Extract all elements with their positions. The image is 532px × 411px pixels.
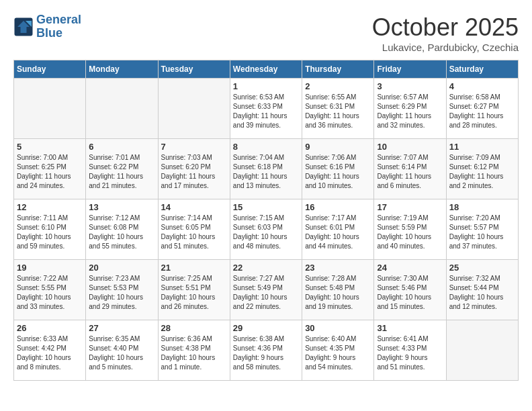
calendar-cell: 24Sunrise: 7:30 AM Sunset: 5:46 PM Dayli… <box>374 260 446 320</box>
day-info: Sunrise: 7:03 AM Sunset: 6:20 PM Dayligh… <box>161 153 227 191</box>
calendar-table: SundayMondayTuesdayWednesdayThursdayFrid… <box>13 60 519 381</box>
day-number: 25 <box>449 263 515 273</box>
day-info: Sunrise: 7:28 AM Sunset: 5:48 PM Dayligh… <box>305 274 371 312</box>
calendar-cell: 26Sunrise: 6:33 AM Sunset: 4:42 PM Dayli… <box>14 320 86 381</box>
calendar-cell: 1Sunrise: 6:53 AM Sunset: 6:33 PM Daylig… <box>230 79 302 139</box>
calendar-cell: 10Sunrise: 7:07 AM Sunset: 6:14 PM Dayli… <box>374 139 446 199</box>
day-info: Sunrise: 7:19 AM Sunset: 5:59 PM Dayligh… <box>377 214 443 251</box>
day-number: 3 <box>377 81 443 91</box>
day-number: 10 <box>377 142 443 152</box>
day-info: Sunrise: 7:20 AM Sunset: 5:57 PM Dayligh… <box>449 214 515 251</box>
calendar-cell <box>14 79 86 139</box>
day-number: 11 <box>449 142 515 152</box>
calendar-cell: 9Sunrise: 7:06 AM Sunset: 6:16 PM Daylig… <box>302 139 374 199</box>
day-number: 21 <box>161 263 227 273</box>
calendar-cell: 8Sunrise: 7:04 AM Sunset: 6:18 PM Daylig… <box>230 139 302 199</box>
day-number: 16 <box>305 202 371 212</box>
day-number: 6 <box>89 142 154 152</box>
day-number: 30 <box>305 323 371 333</box>
day-number: 4 <box>449 81 515 91</box>
day-info: Sunrise: 6:35 AM Sunset: 4:40 PM Dayligh… <box>89 334 154 372</box>
calendar-week-row: 26Sunrise: 6:33 AM Sunset: 4:42 PM Dayli… <box>14 320 519 381</box>
calendar-cell: 6Sunrise: 7:01 AM Sunset: 6:22 PM Daylig… <box>86 139 158 199</box>
title-block: October 2025 Lukavice, Pardubicky, Czech… <box>372 13 519 53</box>
calendar-cell: 19Sunrise: 7:22 AM Sunset: 5:55 PM Dayli… <box>14 260 86 320</box>
calendar-week-row: 12Sunrise: 7:11 AM Sunset: 6:10 PM Dayli… <box>14 199 519 260</box>
day-number: 18 <box>449 202 515 212</box>
day-number: 1 <box>233 81 299 91</box>
day-number: 17 <box>377 202 443 212</box>
page-header: General Blue October 2025 Lukavice, Pard… <box>13 13 519 53</box>
day-info: Sunrise: 6:33 AM Sunset: 4:42 PM Dayligh… <box>17 334 83 372</box>
day-number: 24 <box>377 263 443 273</box>
day-info: Sunrise: 7:12 AM Sunset: 6:08 PM Dayligh… <box>89 214 154 251</box>
day-info: Sunrise: 7:27 AM Sunset: 5:49 PM Dayligh… <box>233 274 299 312</box>
day-number: 8 <box>233 142 299 152</box>
calendar-cell: 20Sunrise: 7:23 AM Sunset: 5:53 PM Dayli… <box>86 260 158 320</box>
day-info: Sunrise: 6:41 AM Sunset: 4:33 PM Dayligh… <box>377 334 443 372</box>
logo-text: General Blue <box>36 13 81 40</box>
day-number: 22 <box>233 263 299 273</box>
day-info: Sunrise: 6:38 AM Sunset: 4:36 PM Dayligh… <box>233 334 299 372</box>
day-number: 5 <box>17 142 83 152</box>
logo: General Blue <box>13 13 81 40</box>
weekday-header: Sunday <box>14 60 86 79</box>
calendar-cell: 5Sunrise: 7:00 AM Sunset: 6:25 PM Daylig… <box>14 139 86 199</box>
day-info: Sunrise: 7:30 AM Sunset: 5:46 PM Dayligh… <box>377 274 443 312</box>
day-number: 13 <box>89 202 154 212</box>
weekday-header: Wednesday <box>230 60 302 79</box>
day-info: Sunrise: 7:11 AM Sunset: 6:10 PM Dayligh… <box>17 214 83 251</box>
day-info: Sunrise: 7:32 AM Sunset: 5:44 PM Dayligh… <box>449 274 515 312</box>
day-info: Sunrise: 7:22 AM Sunset: 5:55 PM Dayligh… <box>17 274 83 312</box>
day-info: Sunrise: 6:57 AM Sunset: 6:29 PM Dayligh… <box>377 93 443 130</box>
calendar-cell: 30Sunrise: 6:40 AM Sunset: 4:35 PM Dayli… <box>302 320 374 381</box>
calendar-cell: 17Sunrise: 7:19 AM Sunset: 5:59 PM Dayli… <box>374 199 446 260</box>
logo-line2: Blue <box>36 26 62 40</box>
day-number: 2 <box>305 81 371 91</box>
day-number: 23 <box>305 263 371 273</box>
logo-line1: General <box>36 13 81 26</box>
calendar-cell: 4Sunrise: 6:58 AM Sunset: 6:27 PM Daylig… <box>446 79 518 139</box>
day-number: 15 <box>233 202 299 212</box>
day-number: 27 <box>89 323 154 333</box>
calendar-cell <box>86 79 158 139</box>
calendar-cell: 2Sunrise: 6:55 AM Sunset: 6:31 PM Daylig… <box>302 79 374 139</box>
logo-icon <box>13 17 34 37</box>
calendar-cell: 14Sunrise: 7:14 AM Sunset: 6:05 PM Dayli… <box>158 199 230 260</box>
month-title: October 2025 <box>372 13 519 42</box>
day-number: 29 <box>233 323 299 333</box>
calendar-cell: 28Sunrise: 6:36 AM Sunset: 4:38 PM Dayli… <box>158 320 230 381</box>
day-info: Sunrise: 7:06 AM Sunset: 6:16 PM Dayligh… <box>305 153 371 191</box>
day-info: Sunrise: 7:15 AM Sunset: 6:03 PM Dayligh… <box>233 214 299 251</box>
day-info: Sunrise: 7:04 AM Sunset: 6:18 PM Dayligh… <box>233 153 299 191</box>
day-number: 26 <box>17 323 83 333</box>
day-info: Sunrise: 7:14 AM Sunset: 6:05 PM Dayligh… <box>161 214 227 251</box>
calendar-cell: 3Sunrise: 6:57 AM Sunset: 6:29 PM Daylig… <box>374 79 446 139</box>
calendar-cell <box>158 79 230 139</box>
calendar-cell: 27Sunrise: 6:35 AM Sunset: 4:40 PM Dayli… <box>86 320 158 381</box>
calendar-cell: 23Sunrise: 7:28 AM Sunset: 5:48 PM Dayli… <box>302 260 374 320</box>
weekday-header: Thursday <box>302 60 374 79</box>
calendar-cell: 7Sunrise: 7:03 AM Sunset: 6:20 PM Daylig… <box>158 139 230 199</box>
location: Lukavice, Pardubicky, Czechia <box>372 42 519 53</box>
weekday-header-row: SundayMondayTuesdayWednesdayThursdayFrid… <box>14 60 519 79</box>
day-info: Sunrise: 6:53 AM Sunset: 6:33 PM Dayligh… <box>233 93 299 130</box>
day-info: Sunrise: 7:25 AM Sunset: 5:51 PM Dayligh… <box>161 274 227 312</box>
day-info: Sunrise: 7:00 AM Sunset: 6:25 PM Dayligh… <box>17 153 83 191</box>
day-info: Sunrise: 6:40 AM Sunset: 4:35 PM Dayligh… <box>305 334 371 372</box>
calendar-cell: 21Sunrise: 7:25 AM Sunset: 5:51 PM Dayli… <box>158 260 230 320</box>
calendar-cell: 25Sunrise: 7:32 AM Sunset: 5:44 PM Dayli… <box>446 260 518 320</box>
weekday-header: Monday <box>86 60 158 79</box>
day-number: 7 <box>161 142 227 152</box>
calendar-cell: 22Sunrise: 7:27 AM Sunset: 5:49 PM Dayli… <box>230 260 302 320</box>
day-info: Sunrise: 6:36 AM Sunset: 4:38 PM Dayligh… <box>161 334 227 372</box>
day-info: Sunrise: 7:01 AM Sunset: 6:22 PM Dayligh… <box>89 153 154 191</box>
calendar-cell: 18Sunrise: 7:20 AM Sunset: 5:57 PM Dayli… <box>446 199 518 260</box>
day-number: 19 <box>17 263 83 273</box>
calendar-cell: 29Sunrise: 6:38 AM Sunset: 4:36 PM Dayli… <box>230 320 302 381</box>
calendar-cell: 13Sunrise: 7:12 AM Sunset: 6:08 PM Dayli… <box>86 199 158 260</box>
calendar-cell <box>446 320 518 381</box>
calendar-cell: 11Sunrise: 7:09 AM Sunset: 6:12 PM Dayli… <box>446 139 518 199</box>
day-info: Sunrise: 7:17 AM Sunset: 6:01 PM Dayligh… <box>305 214 371 251</box>
calendar-cell: 31Sunrise: 6:41 AM Sunset: 4:33 PM Dayli… <box>374 320 446 381</box>
